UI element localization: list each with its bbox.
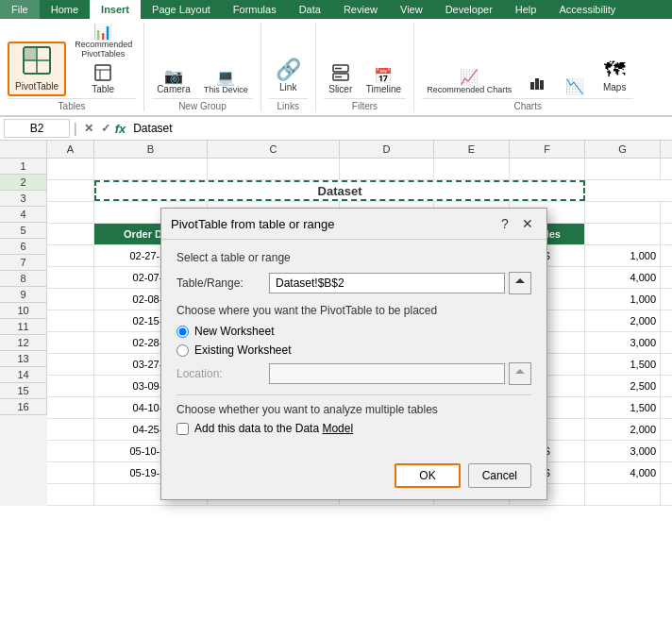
cell-a1[interactable] bbox=[47, 159, 94, 179]
dialog-close-btn[interactable]: ✕ bbox=[518, 214, 537, 233]
insert-function-icon[interactable]: fx bbox=[115, 122, 126, 136]
cell-a3[interactable] bbox=[47, 202, 94, 223]
cell-g15[interactable]: 4,000 bbox=[585, 462, 661, 483]
this-device-button[interactable]: 💻 This Device bbox=[199, 68, 253, 96]
row-header-6[interactable]: 6 bbox=[0, 239, 47, 255]
cell-b2-dataset[interactable]: Dataset bbox=[94, 180, 585, 201]
tab-help[interactable]: Help bbox=[504, 0, 548, 19]
cell-g8[interactable]: 2,000 bbox=[585, 310, 661, 331]
cell-g11[interactable]: 2,500 bbox=[585, 376, 661, 396]
tab-view[interactable]: View bbox=[389, 0, 434, 19]
cell-a8[interactable] bbox=[47, 310, 94, 331]
timeline-button[interactable]: 📅 Timeline bbox=[361, 67, 406, 96]
row-header-8[interactable]: 8 bbox=[0, 271, 47, 287]
row-header-10[interactable]: 10 bbox=[0, 303, 47, 319]
radio-new-worksheet[interactable] bbox=[176, 326, 189, 338]
col-header-e[interactable]: E bbox=[434, 141, 510, 158]
row-header-14[interactable]: 14 bbox=[0, 367, 47, 383]
cell-g6[interactable]: 4,000 bbox=[585, 267, 661, 288]
col-header-c[interactable]: C bbox=[208, 141, 340, 158]
tab-home[interactable]: Home bbox=[40, 0, 90, 19]
cell-g1[interactable] bbox=[585, 159, 661, 179]
row-header-4[interactable]: 4 bbox=[0, 207, 47, 223]
cell-g4[interactable] bbox=[585, 224, 661, 244]
location-input[interactable] bbox=[269, 363, 505, 384]
row-header-13[interactable]: 13 bbox=[0, 351, 47, 367]
row-header-15[interactable]: 15 bbox=[0, 383, 47, 399]
cell-a12[interactable] bbox=[47, 397, 94, 418]
tab-accessibility[interactable]: Accessibility bbox=[547, 0, 627, 19]
cell-e1[interactable] bbox=[434, 159, 510, 179]
row-header-9[interactable]: 9 bbox=[0, 287, 47, 303]
ok-button[interactable]: OK bbox=[395, 463, 460, 488]
row-header-5[interactable]: 5 bbox=[0, 223, 47, 239]
cell-g12[interactable]: 1,500 bbox=[585, 397, 661, 418]
recommended-pivot-button[interactable]: 📊 Recommended PivotTables bbox=[70, 23, 136, 60]
radio-existing-worksheet[interactable] bbox=[176, 344, 189, 357]
cell-a13[interactable] bbox=[47, 419, 94, 440]
column-chart-button[interactable] bbox=[520, 73, 554, 96]
row-header-11[interactable]: 11 bbox=[0, 319, 47, 335]
tab-formulas[interactable]: Formulas bbox=[222, 0, 288, 19]
formula-input[interactable] bbox=[129, 120, 668, 137]
cell-a11[interactable] bbox=[47, 376, 94, 396]
row-header-16[interactable]: 16 bbox=[0, 399, 47, 415]
col-header-b[interactable]: B bbox=[94, 141, 208, 158]
camera-button[interactable]: 📷 Camera bbox=[152, 67, 195, 96]
table-range-collapse-btn[interactable] bbox=[509, 272, 531, 294]
recommended-pivot-icon: 📊 bbox=[93, 25, 112, 40]
cell-a10[interactable] bbox=[47, 354, 94, 375]
cell-g14[interactable]: 3,000 bbox=[585, 441, 661, 461]
cell-g13[interactable]: 2,000 bbox=[585, 419, 661, 440]
dialog-help-btn[interactable]: ? bbox=[496, 214, 514, 233]
tab-data[interactable]: Data bbox=[288, 0, 332, 19]
cancel-button[interactable]: Cancel bbox=[468, 463, 531, 488]
row-header-12[interactable]: 12 bbox=[0, 335, 47, 351]
cell-a2[interactable] bbox=[47, 180, 94, 201]
cell-a7[interactable] bbox=[47, 289, 94, 310]
row-header-2[interactable]: 2 bbox=[0, 175, 47, 191]
row-header-1[interactable]: 1 bbox=[0, 159, 47, 175]
line-chart-button[interactable]: 📉 bbox=[558, 77, 592, 96]
tab-file[interactable]: File bbox=[0, 0, 40, 19]
recommended-charts-button[interactable]: 📈 Recommended Charts bbox=[422, 68, 516, 96]
col-header-d[interactable]: D bbox=[340, 141, 434, 158]
cell-b1[interactable] bbox=[94, 159, 208, 179]
cell-a4[interactable] bbox=[47, 224, 94, 244]
cell-g3[interactable] bbox=[585, 202, 661, 223]
cell-g9[interactable]: 3,000 bbox=[585, 332, 661, 353]
cell-g7[interactable]: 1,000 bbox=[585, 289, 661, 310]
cell-a9[interactable] bbox=[47, 332, 94, 353]
cell-g16[interactable] bbox=[585, 484, 661, 505]
data-model-checkbox[interactable] bbox=[176, 423, 189, 435]
tab-review[interactable]: Review bbox=[332, 0, 389, 19]
maps-button[interactable]: 🗺 Maps bbox=[596, 57, 633, 96]
cell-a6[interactable] bbox=[47, 267, 94, 288]
col-header-f[interactable]: F bbox=[510, 141, 585, 158]
row-header-7[interactable]: 7 bbox=[0, 255, 47, 271]
cell-a5[interactable] bbox=[47, 245, 94, 266]
confirm-formula-btn[interactable]: ✓ bbox=[98, 122, 113, 136]
cell-a16[interactable] bbox=[47, 484, 94, 505]
table-button[interactable]: Table bbox=[70, 62, 136, 96]
tab-developer[interactable]: Developer bbox=[434, 0, 504, 19]
link-button[interactable]: 🔗 Link bbox=[269, 57, 308, 96]
pivot-table-button[interactable]: PivotTable bbox=[8, 42, 66, 96]
location-collapse-btn[interactable] bbox=[509, 362, 531, 385]
cell-c1[interactable] bbox=[208, 159, 340, 179]
tab-insert[interactable]: Insert bbox=[90, 0, 141, 19]
cell-g5[interactable]: 1,000 bbox=[585, 245, 661, 266]
cell-a14[interactable] bbox=[47, 441, 94, 461]
cell-d1[interactable] bbox=[340, 159, 434, 179]
cell-a15[interactable] bbox=[47, 462, 94, 483]
cancel-formula-btn[interactable]: ✕ bbox=[81, 122, 96, 136]
table-range-input[interactable] bbox=[269, 273, 505, 293]
row-header-3[interactable]: 3 bbox=[0, 191, 47, 207]
cell-g10[interactable]: 1,500 bbox=[585, 354, 661, 375]
slicer-button[interactable]: Slicer bbox=[324, 62, 358, 96]
cell-reference[interactable] bbox=[4, 119, 70, 138]
col-header-a[interactable]: A bbox=[47, 141, 94, 158]
tab-page-layout[interactable]: Page Layout bbox=[141, 0, 222, 19]
col-header-g[interactable]: G bbox=[585, 141, 661, 158]
cell-f1[interactable] bbox=[510, 159, 585, 179]
